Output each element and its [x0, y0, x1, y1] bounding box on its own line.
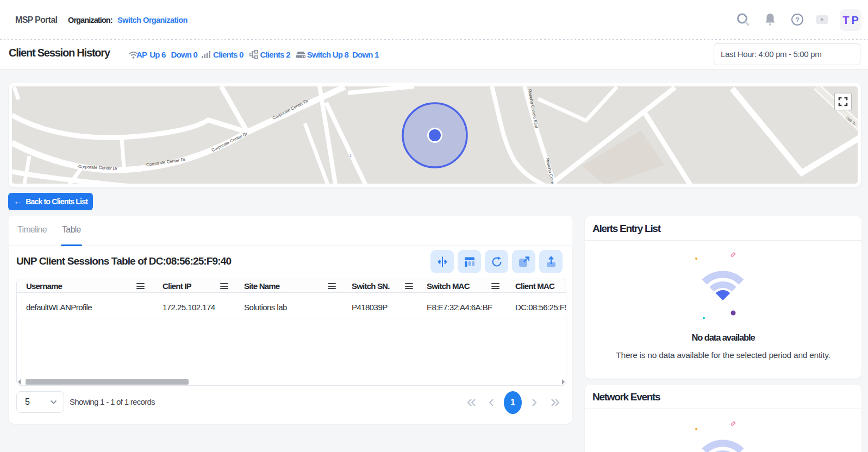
svg-text:1: 1 — [349, 154, 352, 158]
svg-text:?: ? — [795, 16, 800, 24]
